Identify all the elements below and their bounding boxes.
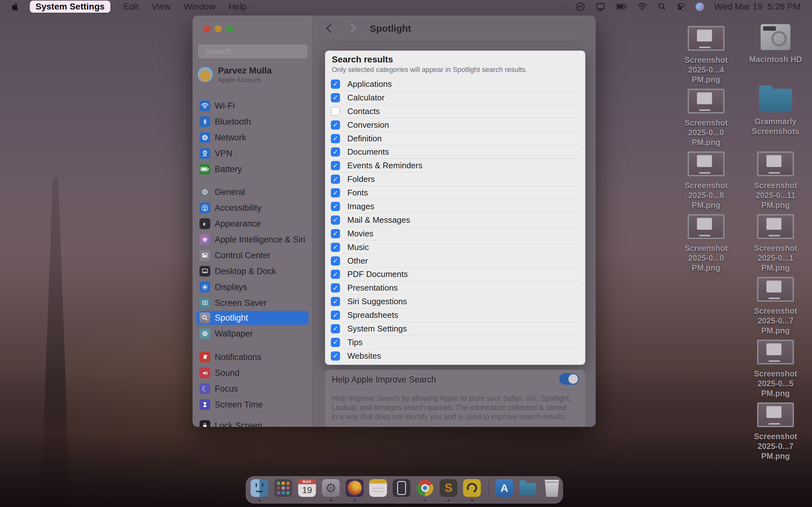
sidebar-item-spotlight[interactable]: Spotlight: [196, 311, 309, 325]
minimize-button[interactable]: [215, 25, 222, 32]
battery-icon[interactable]: [616, 3, 627, 10]
desktop-icon-screenshot[interactable]: Screenshot2025-0...7 PM.png: [744, 277, 807, 336]
checkbox-folders[interactable]: ✓: [331, 175, 340, 184]
sidebar-item-vpn[interactable]: VPN: [196, 147, 309, 160]
dock-item-sublime-text[interactable]: S: [440, 479, 457, 503]
checkbox-music[interactable]: ✓: [331, 243, 340, 252]
sidebar-item-wallpaper[interactable]: Wallpaper: [196, 327, 309, 341]
desktop-icon-screenshot[interactable]: Screenshot2025-0...8 PM.png: [674, 152, 738, 210]
desktop-icon-screenshot[interactable]: Screenshot2025-0...4 PM.png: [674, 26, 738, 84]
category-row: ✓Mail & Messages: [325, 213, 585, 227]
bluetooth-icon: [200, 116, 210, 127]
checkbox-definition[interactable]: ✓: [331, 134, 340, 143]
dock-item-iphone-mirroring[interactable]: [393, 479, 410, 503]
desktop-icon-grammarly-folder[interactable]: GrammarlyScreenshots: [744, 87, 807, 136]
checkbox-fonts[interactable]: ✓: [331, 188, 340, 198]
checkbox-other[interactable]: ✓: [331, 257, 340, 266]
checkbox-movies[interactable]: ✓: [331, 229, 340, 238]
checkbox-pdf-documents[interactable]: ✓: [331, 270, 340, 279]
sidebar-item-displays[interactable]: Displays: [196, 280, 309, 294]
sidebar-item-sound[interactable]: Sound: [196, 366, 309, 380]
sidebar-item-accessibility[interactable]: Accessibility: [196, 201, 309, 215]
sidebar-search-field[interactable]: [198, 44, 308, 59]
dock-item-basecamp[interactable]: [463, 479, 481, 503]
calendar-icon: MAR 19: [298, 479, 316, 497]
calendar-month: MAR: [298, 479, 316, 484]
help-description: Help improve Search by allowing Apple to…: [332, 394, 573, 421]
dock-item-calendar[interactable]: MAR 19: [298, 479, 316, 503]
wifi-icon[interactable]: [637, 3, 647, 11]
dock-item-trash[interactable]: [543, 479, 561, 503]
desktop-icon-macintosh-hd[interactable]: Macintosh HD: [744, 24, 807, 64]
sidebar-item-control-center[interactable]: Control Center: [196, 248, 309, 262]
checkbox-images[interactable]: ✓: [331, 202, 340, 211]
checkbox-spreadsheets[interactable]: ✓: [331, 311, 340, 320]
dock-item-notes[interactable]: [369, 479, 387, 503]
checkbox-conversion[interactable]: ✓: [331, 120, 340, 130]
sidebar-item-apple-intelligence[interactable]: Apple Intelligence & Siri: [196, 233, 309, 246]
menu-window[interactable]: Window: [184, 2, 215, 12]
desktop-icon-screenshot[interactable]: Screenshot2025-0...0 PM.png: [674, 89, 738, 147]
category-row: ✓Websites: [325, 349, 585, 363]
checkbox-system-settings[interactable]: ✓: [331, 324, 340, 333]
sidebar-item-desktop-dock[interactable]: Desktop & Dock: [196, 264, 309, 278]
menu-help[interactable]: Help: [229, 2, 247, 12]
checkbox-websites[interactable]: ✓: [331, 351, 340, 360]
sidebar-item-screen-time[interactable]: Screen Time: [196, 398, 309, 412]
basecamp-menu-icon[interactable]: [576, 2, 585, 11]
spotlight-search-icon[interactable]: [658, 2, 666, 11]
desktop-icon-screenshot[interactable]: Screenshot2025-0...11 PM.png: [744, 152, 807, 210]
menu-clock[interactable]: Wed Mar 19 5:26 PM: [714, 2, 801, 12]
close-button[interactable]: [204, 25, 211, 32]
desktop-icon-screenshot[interactable]: Screenshot2025-0...0 PM.png: [674, 214, 738, 273]
sidebar-item-general[interactable]: ⚙ General: [196, 185, 309, 199]
sidebar-item-wifi[interactable]: Wi-Fi: [196, 99, 309, 113]
checkbox-tips[interactable]: ✓: [331, 338, 340, 347]
sidebar-item-bluetooth[interactable]: Bluetooth: [196, 115, 309, 129]
checkbox-applications[interactable]: ✓: [331, 79, 340, 89]
apple-menu-icon[interactable]: [11, 2, 19, 11]
check-icon: ✓: [333, 176, 339, 183]
dock-item-app-store[interactable]: A: [496, 479, 513, 503]
menu-edit[interactable]: Edit: [123, 2, 139, 12]
sidebar-item-lock-screen[interactable]: Lock Screen: [196, 418, 309, 427]
sidebar-item-battery[interactable]: Battery: [196, 162, 309, 176]
checkbox-mail-messages[interactable]: ✓: [331, 216, 340, 225]
accessibility-icon: [200, 203, 210, 213]
screenshot-thumbnail: [688, 152, 724, 176]
menu-app-name[interactable]: System Settings: [30, 1, 110, 13]
sidebar-item-appearance[interactable]: ◐ Appearance: [196, 217, 309, 231]
sidebar-item-screen-saver[interactable]: Screen Saver: [196, 296, 309, 310]
zoom-button[interactable]: [226, 25, 233, 32]
sidebar-item-notifications[interactable]: Notifications: [196, 350, 309, 364]
sidebar-item-apple-account[interactable]: Parvez Mulla Apple Account: [198, 65, 308, 84]
search-input[interactable]: [204, 46, 312, 57]
search-results-panel: Search results Only selected categories …: [325, 51, 585, 365]
screen-mirroring-icon[interactable]: [595, 2, 606, 12]
dock-item-chrome[interactable]: [416, 479, 434, 503]
checkbox-events-reminders[interactable]: ✓: [331, 161, 340, 170]
checkbox-presentations[interactable]: ✓: [331, 283, 340, 292]
calendar-day: 19: [298, 485, 316, 495]
dock-item-finder[interactable]: [251, 479, 268, 503]
forward-button[interactable]: [347, 24, 356, 33]
checkbox-documents[interactable]: ✓: [331, 147, 340, 157]
desktop-icon-screenshot[interactable]: Screenshot2025-0...5 PM.png: [744, 340, 807, 398]
dock-item-downloads-folder[interactable]: [519, 479, 537, 503]
help-improve-search-toggle[interactable]: [559, 373, 579, 385]
siri-icon[interactable]: [696, 3, 704, 11]
sidebar-item-network[interactable]: Network: [196, 130, 309, 145]
back-button[interactable]: [326, 24, 336, 33]
checkbox-contacts[interactable]: ✓: [331, 107, 340, 116]
dock-item-firefox[interactable]: [346, 479, 363, 503]
sidebar-item-focus[interactable]: ☾ Focus: [196, 382, 309, 396]
desktop-icon-screenshot[interactable]: Screenshot2025-0...7 PM.png: [744, 402, 807, 461]
checkbox-calculator[interactable]: ✓: [331, 93, 340, 102]
dock-item-launchpad[interactable]: [274, 479, 292, 503]
checkbox-siri-suggestions[interactable]: ✓: [331, 297, 340, 306]
check-icon: ✓: [333, 203, 339, 210]
control-center-icon[interactable]: [676, 2, 686, 11]
menu-view[interactable]: View: [152, 2, 171, 12]
desktop-icon-screenshot[interactable]: Screenshot2025-0...1 PM.png: [744, 214, 807, 273]
dock-item-system-settings[interactable]: ⚙: [322, 479, 340, 503]
